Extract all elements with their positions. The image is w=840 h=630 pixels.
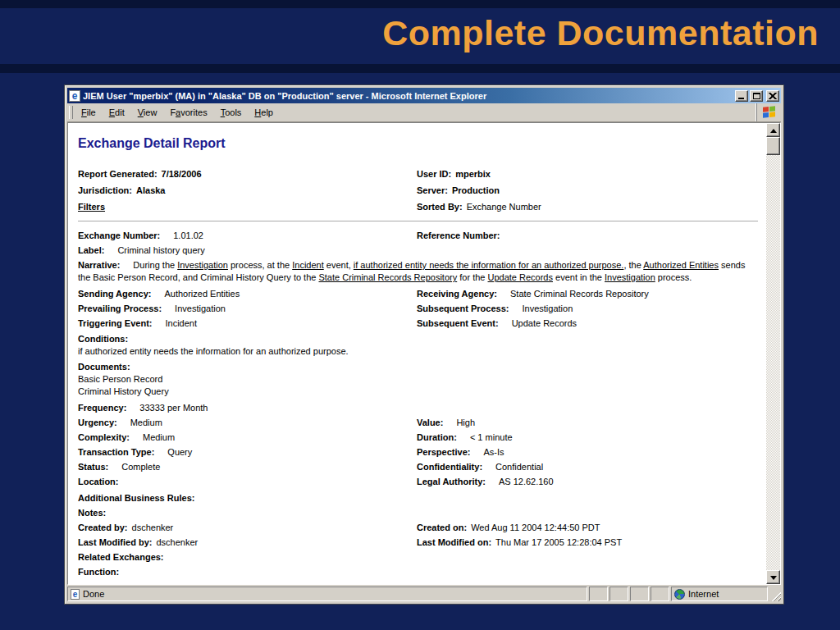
frequency-label: Frequency: — [78, 403, 126, 413]
confidentiality-label: Confidentiality: — [417, 462, 482, 472]
last-modified-on-value: Thu Mar 17 2005 12:28:04 PST — [495, 537, 622, 547]
user-id-value: mperbix — [455, 169, 491, 179]
additional-business-rules-label: Additional Business Rules: — [78, 493, 194, 503]
conditions-line: if authorized entity needs the informati… — [78, 346, 349, 356]
menu-edit[interactable]: Edit — [103, 105, 131, 120]
sorted-by-label: Sorted By: — [417, 202, 463, 212]
zone-text: Internet — [688, 589, 719, 599]
legal-authority-label: Legal Authority: — [417, 477, 486, 486]
window-titlebar[interactable]: e JIEM User "mperbix" (MA) in "Alaska" D… — [67, 88, 781, 103]
notes-label: Notes: — [78, 508, 106, 518]
perspective-value: As-Is — [483, 447, 504, 457]
complexity-label: Complexity: — [78, 432, 130, 442]
windows-logo-icon — [763, 106, 776, 119]
field-row: Exchange Number:1.01.02 Reference Number… — [78, 228, 758, 243]
menu-view[interactable]: View — [131, 105, 164, 120]
value-value: High — [456, 418, 475, 427]
created-on-label: Created on: — [417, 523, 467, 532]
window-title: JIEM User "mperbix" (MA) in "Alaska" DB … — [83, 91, 733, 101]
triggering-event-value: Incident — [165, 318, 197, 328]
slide-top-band — [0, 0, 840, 8]
jurisdiction-value: Alaska — [136, 185, 165, 195]
field-row: Location: Legal Authority:AS 12.62.160 — [78, 474, 758, 489]
location-label: Location: — [78, 477, 119, 486]
duration-value: < 1 minute — [470, 432, 513, 442]
created-by-value: dschenker — [132, 523, 174, 532]
menu-file[interactable]: File — [75, 105, 103, 120]
resize-grip[interactable] — [769, 590, 781, 601]
field-row: Created by:dschenker Created on:Wed Aug … — [78, 520, 758, 535]
scroll-up-button[interactable] — [766, 123, 780, 137]
legal-authority-value: AS 12.62.160 — [499, 477, 554, 486]
narrative-link[interactable]: Authorized Entities — [643, 260, 719, 270]
status-text: Done — [83, 589, 104, 599]
menu-help[interactable]: Help — [248, 105, 280, 120]
field-row: Last Modified by:dschenker Last Modified… — [78, 535, 758, 550]
sending-agency-value: Authorized Entities — [164, 289, 240, 299]
jurisdiction-label: Jurisdiction: — [78, 185, 132, 195]
close-icon — [769, 93, 777, 99]
narrative-link[interactable]: Investigation — [605, 272, 655, 282]
menu-bar: File Edit View Favorites Tools Help — [67, 103, 781, 122]
prevailing-process-label: Prevailing Process: — [78, 304, 162, 313]
close-button[interactable] — [766, 90, 779, 102]
document-line: Basic Person Record — [78, 373, 758, 386]
receiving-agency-value: State Criminal Records Repository — [510, 289, 649, 299]
status-pane — [609, 587, 628, 601]
field-row: Transaction Type:Query Perspective:As-Is — [78, 445, 758, 459]
field-row: Notes: — [78, 505, 758, 520]
narrative-link[interactable]: Update Records — [488, 272, 554, 282]
last-modified-on-label: Last Modified on: — [417, 537, 491, 547]
prevailing-process-value: Investigation — [175, 304, 226, 313]
page-icon: e — [71, 589, 80, 600]
field-row: Complexity:Medium Duration:< 1 minute — [78, 430, 758, 445]
exchange-number-label: Exchange Number: — [78, 231, 160, 240]
scroll-down-button[interactable] — [766, 570, 780, 584]
narrative-link[interactable]: Investigation — [177, 260, 228, 270]
windows-logo-box — [756, 103, 781, 121]
narrative-link[interactable]: State Criminal Records Repository — [318, 272, 457, 282]
status-pane — [630, 587, 649, 601]
user-id-label: User ID: — [417, 169, 451, 179]
created-by-label: Created by: — [78, 523, 128, 532]
created-on-value: Wed Aug 11 2004 12:44:50 PDT — [471, 523, 600, 532]
field-row: Related Exchanges: — [78, 550, 758, 564]
server-value: Production — [452, 185, 500, 195]
internet-globe-icon — [674, 589, 685, 600]
maximize-button[interactable] — [750, 90, 763, 102]
status-value: Complete — [121, 462, 160, 472]
narrative-link[interactable]: if authorized entity needs the informati… — [354, 260, 624, 270]
label-field-value: Criminal history query — [117, 245, 204, 255]
field-row: Label:Criminal history query — [78, 243, 758, 258]
subsequent-process-value: Investigation — [522, 304, 573, 313]
menu-grip-handle[interactable] — [69, 106, 73, 119]
narrative-paragraph: Narrative:During the Investigation proce… — [78, 259, 758, 284]
receiving-agency-label: Receiving Agency: — [417, 289, 497, 299]
narrative-link[interactable]: Incident — [292, 260, 324, 270]
field-row: Additional Business Rules: — [78, 491, 758, 505]
urgency-value: Medium — [130, 418, 162, 427]
label-field-label: Label: — [78, 245, 104, 255]
minimize-button[interactable] — [735, 90, 748, 102]
confidentiality-value: Confidential — [495, 462, 543, 472]
sorted-by-value: Exchange Number — [467, 202, 541, 212]
menu-favorites[interactable]: Favorites — [163, 105, 213, 120]
sending-agency-label: Sending Agency: — [78, 289, 151, 299]
triggering-event-label: Triggering Event: — [78, 318, 152, 328]
filters-link[interactable]: Filters — [78, 202, 105, 212]
ie-document-icon: e — [69, 90, 80, 102]
status-bar: e Done Internet — [67, 585, 781, 601]
minimize-icon — [738, 98, 744, 99]
slide-title: Complete Documentation — [382, 13, 819, 53]
field-row: Urgency:Medium Value:High — [78, 415, 758, 430]
browser-window: e JIEM User "mperbix" (MA) in "Alaska" D… — [64, 84, 784, 605]
vertical-scrollbar[interactable] — [766, 123, 780, 584]
scrollbar-thumb[interactable] — [766, 137, 780, 155]
related-exchanges-label: Related Exchanges: — [78, 552, 164, 562]
menu-tools[interactable]: Tools — [214, 105, 249, 120]
meta-row: Report Generated:7/18/2006 User ID:mperb… — [78, 166, 758, 182]
status-label: Status: — [78, 462, 108, 472]
field-row: Function: — [78, 564, 758, 579]
meta-row: Filters Sorted By:Exchange Number — [78, 199, 758, 215]
urgency-label: Urgency: — [78, 418, 117, 427]
